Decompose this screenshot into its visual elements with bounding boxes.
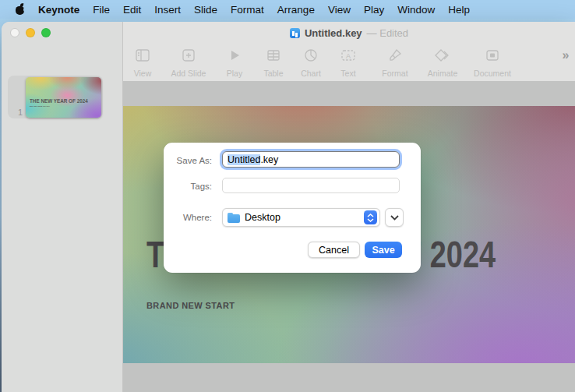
play-icon [228, 47, 241, 64]
menu-item-play[interactable]: Play [364, 4, 384, 16]
toolbar-button-animate[interactable]: Animate [415, 47, 470, 78]
menu-item-edit[interactable]: Edit [123, 4, 141, 16]
menu-item-insert[interactable]: Insert [154, 4, 181, 16]
document-icon [485, 47, 499, 64]
cancel-button[interactable]: Cancel [308, 242, 360, 258]
menu-item-format[interactable]: Format [231, 4, 264, 16]
where-popup[interactable]: Desktop [222, 208, 380, 227]
document-title: Untitled.key [305, 27, 362, 39]
document-proxy-icon [290, 28, 300, 38]
expand-dialog-button[interactable] [385, 208, 404, 227]
menu-item-keynote[interactable]: Keynote [38, 4, 79, 16]
toolbar-button-document[interactable]: Document [465, 47, 520, 78]
add-slide-icon [182, 47, 196, 64]
save-button[interactable]: Save [365, 242, 402, 258]
slide-thumbnail-1[interactable]: THE NEW YEAR OF 2024 BRAND NEW START [26, 77, 101, 118]
toolbar-button-format[interactable]: Format [368, 47, 422, 78]
where-label: Where: [164, 213, 212, 222]
diamonds-icon [433, 47, 452, 64]
svg-text:A: A [346, 52, 351, 60]
minimize-button[interactable] [26, 28, 35, 37]
slide-subtitle-text: BRAND NEW START [146, 301, 235, 310]
toolbar-overflow-button chevron-double-right-icon[interactable]: » [563, 48, 568, 62]
slide-number: 1 [11, 108, 23, 117]
menu-item-arrange[interactable]: Arrange [277, 4, 315, 16]
folder-icon [228, 213, 240, 223]
text-box-icon: A [340, 47, 356, 64]
menu-item-help[interactable]: Help [448, 4, 470, 16]
thumbnail-title: THE NEW YEAR OF 2024 [30, 97, 88, 104]
paintbrush-icon [388, 47, 402, 64]
chart-pie-icon [304, 47, 318, 64]
filename-selected-text: Untitled [228, 154, 260, 165]
menu-item-slide[interactable]: Slide [194, 4, 217, 16]
save-as-label: Save As: [164, 156, 212, 165]
tags-label: Tags: [164, 182, 212, 191]
menu-bar: Keynote File Edit Insert Slide Format Ar… [0, 0, 575, 19]
filename-extension-text: .key [260, 154, 278, 165]
menu-item-window[interactable]: Window [397, 4, 435, 16]
close-button[interactable] [10, 28, 19, 37]
window-controls [10, 28, 51, 37]
menu-item-view[interactable]: View [328, 4, 351, 16]
table-icon [266, 47, 280, 64]
tags-input[interactable] [222, 178, 400, 193]
thumbnail-subtitle: BRAND NEW START [30, 105, 50, 108]
apple-menu-icon[interactable] [16, 4, 25, 16]
filename-input[interactable]: Untitled.key [222, 151, 400, 168]
chevron-down-icon [390, 215, 399, 221]
window-title: Untitled.key — Edited [123, 26, 575, 40]
save-dialog: Save As: Untitled.key Tags: Where: Deskt… [164, 143, 421, 273]
zoom-button[interactable] [41, 28, 51, 37]
view-panes-icon [135, 47, 150, 64]
popup-stepper-icon [364, 210, 377, 224]
where-selected-value: Desktop [245, 212, 364, 223]
menu-item-file[interactable]: File [93, 4, 110, 16]
edited-status: — Edited [367, 27, 408, 39]
